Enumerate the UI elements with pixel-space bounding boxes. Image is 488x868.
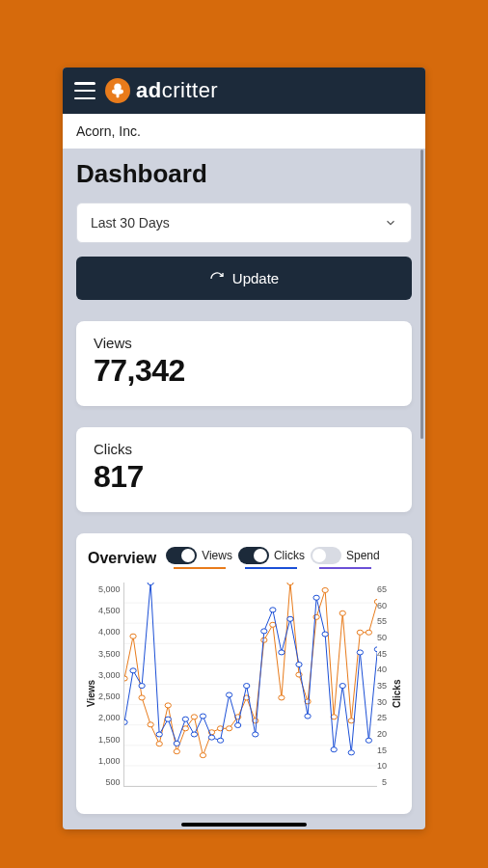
svg-point-37 (357, 630, 363, 635)
svg-point-59 (286, 616, 292, 621)
legend-views: Views (166, 547, 232, 569)
svg-point-26 (260, 637, 266, 642)
svg-point-28 (278, 695, 284, 700)
svg-point-47 (182, 717, 188, 721)
clicks-legend-line (245, 567, 297, 569)
svg-point-54 (243, 684, 249, 689)
clicks-toggle[interactable] (238, 547, 269, 564)
views-card: Views 77,342 (76, 321, 412, 406)
scrollbar[interactable] (420, 149, 423, 439)
svg-point-13 (148, 722, 153, 727)
svg-point-22 (226, 726, 231, 731)
brand-logo[interactable]: adcritter (105, 78, 218, 103)
svg-point-12 (138, 695, 144, 700)
svg-point-64 (331, 747, 337, 752)
views-legend-line (174, 567, 226, 569)
svg-point-67 (357, 650, 363, 655)
chevron-down-icon (384, 216, 397, 230)
overview-card: Overview Views Clicks (76, 533, 412, 814)
svg-point-52 (226, 692, 231, 697)
svg-point-45 (165, 717, 171, 721)
svg-point-29 (286, 583, 292, 585)
svg-point-35 (339, 610, 345, 615)
svg-point-40 (124, 719, 127, 724)
topbar: adcritter (63, 68, 425, 114)
svg-point-41 (129, 668, 135, 673)
svg-point-16 (174, 749, 179, 754)
svg-point-15 (165, 703, 171, 708)
svg-point-65 (339, 684, 345, 689)
svg-point-38 (366, 630, 371, 635)
views-value: 77,342 (94, 353, 394, 389)
svg-point-56 (260, 629, 266, 634)
svg-point-53 (234, 722, 240, 727)
y-axis-left-ticks: 5,0004,5004,0003,5003,0002,5002,0001,500… (98, 583, 123, 804)
svg-point-17 (182, 726, 188, 731)
svg-point-33 (322, 587, 328, 592)
svg-point-48 (191, 732, 197, 737)
date-range-value: Last 30 Days (91, 215, 170, 231)
svg-point-58 (278, 650, 284, 655)
svg-point-10 (124, 676, 127, 681)
svg-point-43 (148, 583, 153, 585)
main-content: Dashboard Last 30 Days Update Views 77,3… (63, 149, 425, 829)
svg-point-42 (138, 684, 144, 689)
home-indicator[interactable] (181, 823, 307, 827)
y-axis-left-label: Views (84, 583, 98, 804)
spend-toggle[interactable] (311, 547, 341, 564)
svg-point-46 (174, 741, 179, 746)
svg-point-62 (312, 595, 318, 600)
clicks-label: Clicks (94, 441, 394, 457)
company-selector[interactable]: Acorn, Inc. (63, 114, 425, 149)
legend-clicks: Clicks (238, 547, 305, 569)
svg-point-11 (129, 634, 135, 638)
svg-point-63 (322, 632, 328, 637)
chart-area: Views 5,0004,5004,0003,5003,0002,5002,00… (84, 583, 404, 804)
date-range-select[interactable]: Last 30 Days (76, 203, 412, 243)
update-button[interactable]: Update (76, 257, 412, 300)
menu-icon[interactable] (74, 82, 95, 99)
brand-text: adcritter (136, 78, 218, 103)
svg-point-50 (208, 735, 214, 740)
overview-header: Overview Views Clicks (84, 547, 404, 577)
chart-plot[interactable] (123, 583, 377, 787)
clicks-value: 817 (94, 459, 394, 495)
views-label: Views (94, 335, 394, 351)
svg-point-36 (348, 719, 354, 723)
y-axis-right-ticks: 6560555045403530252015105 (377, 583, 390, 804)
svg-point-44 (156, 732, 162, 737)
squirrel-icon (105, 78, 130, 103)
svg-point-32 (312, 614, 318, 619)
svg-point-14 (156, 742, 162, 746)
svg-point-27 (269, 622, 275, 627)
legend-spend: Spend (311, 547, 380, 569)
svg-point-61 (304, 714, 310, 719)
views-toggle[interactable] (166, 547, 197, 564)
svg-point-19 (200, 753, 205, 758)
refresh-icon (209, 271, 225, 286)
svg-point-55 (252, 732, 258, 737)
svg-point-57 (269, 608, 275, 612)
spend-legend-line (319, 567, 371, 569)
svg-point-60 (295, 662, 301, 666)
y-axis-right-label: Clicks (390, 583, 404, 804)
svg-point-66 (348, 750, 354, 755)
svg-point-68 (366, 738, 371, 743)
app-frame: adcritter Acorn, Inc. Dashboard Last 30 … (63, 68, 425, 829)
svg-point-69 (374, 647, 377, 652)
page-title: Dashboard (76, 149, 412, 203)
svg-point-51 (217, 738, 223, 743)
overview-title: Overview (88, 550, 156, 567)
svg-point-49 (200, 714, 205, 719)
svg-point-18 (191, 715, 197, 719)
clicks-card: Clicks 817 (76, 427, 412, 512)
svg-point-39 (374, 599, 377, 604)
